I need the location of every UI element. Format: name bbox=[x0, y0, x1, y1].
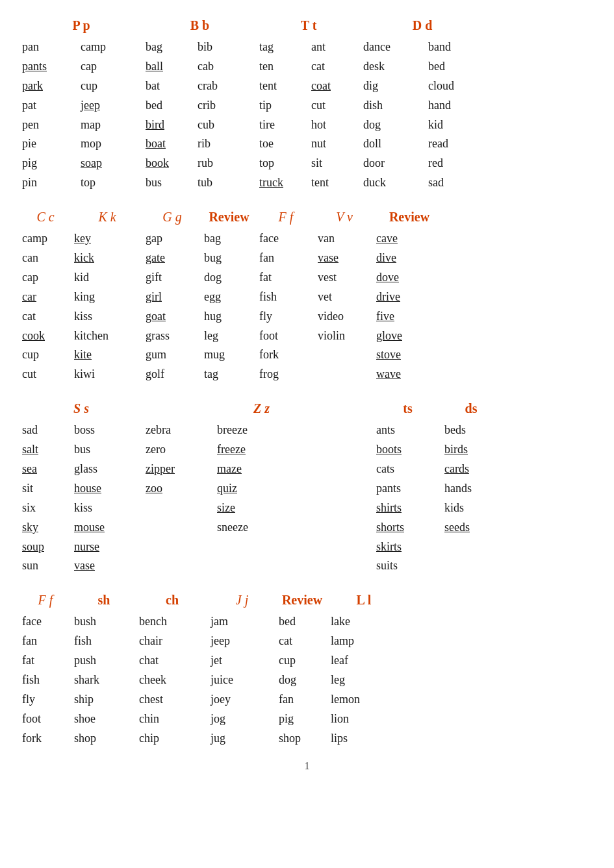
word: glove bbox=[374, 327, 445, 346]
word: kite bbox=[71, 345, 143, 365]
word: stove bbox=[374, 345, 445, 365]
word: bat bbox=[143, 77, 195, 96]
word: dog bbox=[276, 671, 328, 690]
word: soup bbox=[19, 538, 71, 557]
word: house bbox=[71, 479, 143, 499]
word: gum bbox=[143, 345, 201, 365]
word bbox=[309, 538, 374, 557]
word: ten bbox=[257, 57, 309, 77]
header-ds: ds bbox=[442, 396, 500, 421]
word bbox=[214, 538, 309, 557]
word: zero bbox=[143, 440, 214, 460]
word: six bbox=[19, 499, 71, 518]
word: violin bbox=[315, 327, 374, 346]
word: fly bbox=[257, 307, 315, 327]
word: mop bbox=[78, 134, 143, 154]
word: boat bbox=[143, 134, 195, 154]
word: vase bbox=[71, 556, 143, 576]
word: jug bbox=[208, 729, 276, 749]
word: cats bbox=[374, 460, 442, 479]
word: fish bbox=[257, 288, 315, 307]
word: jam bbox=[208, 612, 276, 632]
word: door bbox=[361, 154, 426, 173]
word: camp bbox=[78, 38, 143, 57]
word: pig bbox=[276, 710, 328, 729]
word: ants bbox=[374, 421, 442, 440]
word: hand bbox=[426, 96, 484, 116]
word: nurse bbox=[71, 538, 143, 557]
word: desk bbox=[361, 57, 426, 77]
header-Jj: J j bbox=[208, 588, 276, 612]
word: beds bbox=[442, 421, 500, 440]
word: band bbox=[426, 38, 484, 57]
word: chin bbox=[136, 710, 208, 729]
word: breeze bbox=[214, 421, 309, 440]
word bbox=[400, 632, 458, 651]
word: can bbox=[19, 249, 71, 268]
word: sit bbox=[19, 479, 71, 499]
word: five bbox=[374, 307, 445, 327]
word: bug bbox=[201, 249, 257, 268]
word: mug bbox=[201, 345, 257, 365]
word: cup bbox=[276, 651, 328, 671]
word: cheek bbox=[136, 671, 208, 690]
word: dive bbox=[374, 249, 445, 268]
word: map bbox=[78, 116, 143, 135]
word: size bbox=[214, 499, 309, 518]
word bbox=[309, 460, 374, 479]
word: kiwi bbox=[71, 365, 143, 384]
word: seeds bbox=[442, 518, 500, 538]
word: pig bbox=[19, 154, 78, 173]
word: dance bbox=[361, 38, 426, 57]
word bbox=[309, 499, 374, 518]
words-s2: camp key gap bag face van cave can kick … bbox=[19, 229, 595, 384]
word: face bbox=[19, 612, 71, 632]
header-Ff: F f bbox=[257, 205, 315, 229]
word: chat bbox=[136, 651, 208, 671]
word: cab bbox=[195, 57, 257, 77]
word: sea bbox=[19, 460, 71, 479]
word: wave bbox=[374, 365, 445, 384]
word bbox=[315, 345, 374, 365]
header-Cc: C c bbox=[19, 205, 71, 229]
word: sit bbox=[309, 154, 361, 173]
word: cloud bbox=[426, 77, 484, 96]
word: sky bbox=[19, 518, 71, 538]
word: egg bbox=[201, 288, 257, 307]
word: jeep bbox=[208, 632, 276, 651]
section-ckgfv: C c K k G g Review F f V v Review camp k… bbox=[19, 205, 595, 384]
word: vase bbox=[315, 249, 374, 268]
word: pie bbox=[19, 134, 78, 154]
header-Review2: Review bbox=[374, 205, 445, 229]
word: tub bbox=[195, 173, 257, 193]
word: leg bbox=[201, 327, 257, 346]
word: nut bbox=[309, 134, 361, 154]
word: bench bbox=[136, 612, 208, 632]
word: hot bbox=[309, 116, 361, 135]
word: dove bbox=[374, 268, 445, 288]
word: red bbox=[426, 154, 484, 173]
header-Kk: K k bbox=[71, 205, 143, 229]
word: shop bbox=[71, 729, 136, 749]
word: pat bbox=[19, 96, 78, 116]
word bbox=[400, 671, 458, 690]
word: bag bbox=[143, 38, 195, 57]
word bbox=[400, 651, 458, 671]
word: cards bbox=[442, 460, 500, 479]
word: coat bbox=[309, 77, 361, 96]
word: pants bbox=[374, 479, 442, 499]
word: tire bbox=[257, 116, 309, 135]
word: lemon bbox=[328, 690, 400, 710]
word: shoe bbox=[71, 710, 136, 729]
word: shark bbox=[71, 671, 136, 690]
words-s4: face bush bench jam bed lake fan fish ch… bbox=[19, 612, 595, 748]
word: sad bbox=[19, 421, 71, 440]
word: bed bbox=[276, 612, 328, 632]
word: tag bbox=[201, 365, 257, 384]
word: kiss bbox=[71, 499, 143, 518]
word: chair bbox=[136, 632, 208, 651]
word: salt bbox=[19, 440, 71, 460]
word: chest bbox=[136, 690, 208, 710]
word: bag bbox=[201, 229, 257, 249]
word: bush bbox=[71, 612, 136, 632]
